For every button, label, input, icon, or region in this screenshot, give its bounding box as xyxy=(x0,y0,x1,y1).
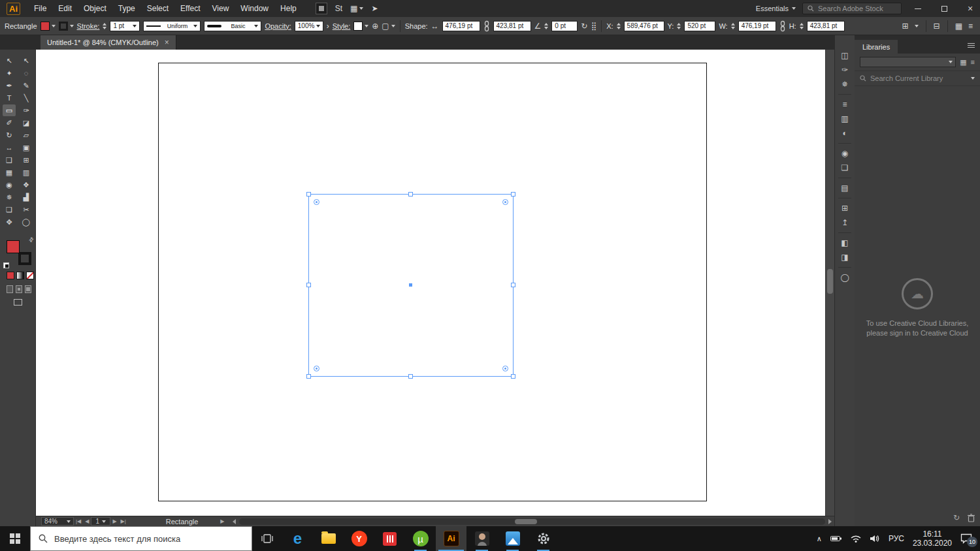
width-tool[interactable]: ↔ xyxy=(3,142,16,153)
align-options-icon[interactable]: ⊟ xyxy=(934,22,940,30)
rotate-shape-icon[interactable]: ↻ xyxy=(581,22,587,30)
taskbar-utorrent[interactable]: µ xyxy=(405,526,436,551)
taskbar-edge[interactable]: e xyxy=(282,526,313,551)
delete-icon[interactable] xyxy=(968,514,975,522)
none-button[interactable] xyxy=(26,272,34,279)
pen-tool[interactable]: ✒ xyxy=(3,80,16,91)
slice-tool[interactable]: ✂ xyxy=(20,204,33,215)
artboard-number-field[interactable]: 1 xyxy=(91,517,110,526)
brushes-panel-icon[interactable]: ✑ xyxy=(835,63,855,77)
start-button[interactable] xyxy=(0,526,30,551)
paintbrush-tool[interactable]: ✑ xyxy=(20,104,33,116)
menu-file[interactable]: File xyxy=(28,0,52,17)
taskbar-file-explorer[interactable] xyxy=(313,526,344,551)
gradient-button[interactable] xyxy=(16,272,24,279)
stock-search-input[interactable]: Search Adobe Stock xyxy=(802,3,902,14)
prev-artboard-button[interactable]: ◀ xyxy=(85,518,89,524)
selection-tool[interactable]: ↖ xyxy=(3,55,16,67)
taskbar-settings[interactable] xyxy=(528,526,559,551)
adobe-stock-icon[interactable]: St xyxy=(335,4,342,13)
corner-widget-nw[interactable] xyxy=(314,199,319,205)
tray-expand-icon[interactable]: ∧ xyxy=(817,535,822,543)
x-stepper[interactable] xyxy=(617,23,621,29)
lasso-tool[interactable]: ◌ xyxy=(20,67,33,79)
scroll-right-arrow[interactable] xyxy=(828,519,832,524)
canvas[interactable] xyxy=(36,50,825,516)
library-select[interactable] xyxy=(860,57,956,67)
clock[interactable]: 16:11 23.03.2020 xyxy=(913,529,952,548)
color-button[interactable] xyxy=(7,272,14,279)
menu-help[interactable]: Help xyxy=(274,0,302,17)
symbols-panel-icon[interactable]: ✵ xyxy=(835,77,855,91)
color-guide-panel-icon[interactable]: ◨ xyxy=(835,250,855,264)
libraries-tab[interactable]: Libraries xyxy=(855,40,898,54)
stroke-panel-link[interactable]: Stroke: xyxy=(77,22,100,30)
taskbar-photos-app[interactable] xyxy=(497,526,528,551)
selection-handle-n[interactable] xyxy=(408,192,413,197)
type-tool[interactable]: T xyxy=(3,92,16,104)
taskbar-media-app[interactable] xyxy=(374,526,405,551)
perspective-grid-tool[interactable]: ⊞ xyxy=(20,154,33,166)
style-panel-link[interactable]: Style: xyxy=(333,22,351,30)
opacity-panel-link[interactable]: Opacity: xyxy=(265,22,291,30)
fill-color-swatch[interactable] xyxy=(41,22,56,31)
corner-widget-se[interactable] xyxy=(502,366,508,371)
corner-widget-sw[interactable] xyxy=(314,366,319,371)
screen-mode-button[interactable] xyxy=(14,299,22,306)
w-input[interactable]: 476,19 pt xyxy=(738,21,776,31)
stroke-weight-select[interactable]: 1 pt xyxy=(110,21,140,31)
x-input[interactable]: 589,476 pt xyxy=(624,21,664,31)
panel-menu-icon[interactable] xyxy=(968,42,975,49)
control-panel-menu-icon[interactable]: ≡ xyxy=(968,22,973,30)
style-swatch[interactable] xyxy=(353,22,368,31)
menu-window[interactable]: Window xyxy=(235,0,274,17)
horizontal-scroll-track[interactable] xyxy=(239,518,825,525)
y-stepper[interactable] xyxy=(677,23,681,29)
stroke-panel-icon[interactable]: ≡ xyxy=(835,97,855,112)
free-transform-tool[interactable]: ▣ xyxy=(20,142,33,153)
horizontal-scroll-thumb[interactable] xyxy=(515,519,537,524)
default-fill-stroke-icon[interactable] xyxy=(3,262,9,268)
rectangle-tool[interactable]: ▭ xyxy=(3,104,16,116)
vertical-scroll-thumb[interactable] xyxy=(827,269,833,294)
zoom-tool[interactable]: ◯ xyxy=(20,216,33,228)
selection-handle-se[interactable] xyxy=(511,374,515,379)
menu-edit[interactable]: Edit xyxy=(52,0,78,17)
selection-handle-ne[interactable] xyxy=(511,192,515,197)
close-button[interactable]: × xyxy=(960,0,980,17)
selected-rectangle[interactable] xyxy=(308,194,514,377)
status-options-icon[interactable]: ▶ xyxy=(220,518,224,524)
draw-behind-icon[interactable] xyxy=(16,285,22,293)
rotate-tool[interactable]: ↻ xyxy=(3,129,16,141)
maximize-button[interactable] xyxy=(934,0,954,17)
corner-widget-ne[interactable] xyxy=(502,199,508,205)
grid-view-icon[interactable]: ▦ xyxy=(960,58,966,67)
stroke-color-indicator[interactable] xyxy=(18,252,31,265)
corner-options-icon[interactable]: ⣿ xyxy=(591,22,596,30)
selection-handle-nw[interactable] xyxy=(306,192,311,197)
notification-center-icon[interactable]: 10 xyxy=(960,533,972,544)
language-indicator[interactable]: РУС xyxy=(889,534,904,543)
asset-export-panel-icon[interactable]: ↥ xyxy=(835,215,855,230)
gradient-tool[interactable]: ▥ xyxy=(20,166,33,178)
menu-type[interactable]: Type xyxy=(112,0,141,17)
arrange-icon[interactable]: ▦ xyxy=(955,22,962,30)
selection-handle-sw[interactable] xyxy=(306,374,311,379)
blend-tool[interactable]: ❖ xyxy=(20,179,33,191)
swatches-panel-icon[interactable]: ◫ xyxy=(835,48,855,63)
shape-height-input[interactable]: 423,81 pt xyxy=(493,21,531,31)
scroll-left-arrow[interactable] xyxy=(233,519,236,524)
next-artboard-button[interactable]: ▶ xyxy=(112,518,116,524)
curvature-tool[interactable]: ✎ xyxy=(20,80,33,91)
taskbar-people-app[interactable] xyxy=(466,526,497,551)
graphic-styles-panel-icon[interactable]: ❏ xyxy=(835,161,855,175)
eraser-tool[interactable]: ◪ xyxy=(20,117,33,129)
width-profile-select[interactable]: Uniform xyxy=(143,21,201,31)
direct-selection-tool[interactable]: ↖ xyxy=(20,55,33,67)
tab-close-icon[interactable]: × xyxy=(165,38,169,47)
volume-icon[interactable] xyxy=(870,535,880,543)
hand-tool[interactable]: ✥ xyxy=(3,216,16,228)
sync-icon[interactable]: ↻ xyxy=(953,513,960,522)
selection-center-point[interactable] xyxy=(409,283,412,287)
task-view-button[interactable] xyxy=(252,526,282,551)
